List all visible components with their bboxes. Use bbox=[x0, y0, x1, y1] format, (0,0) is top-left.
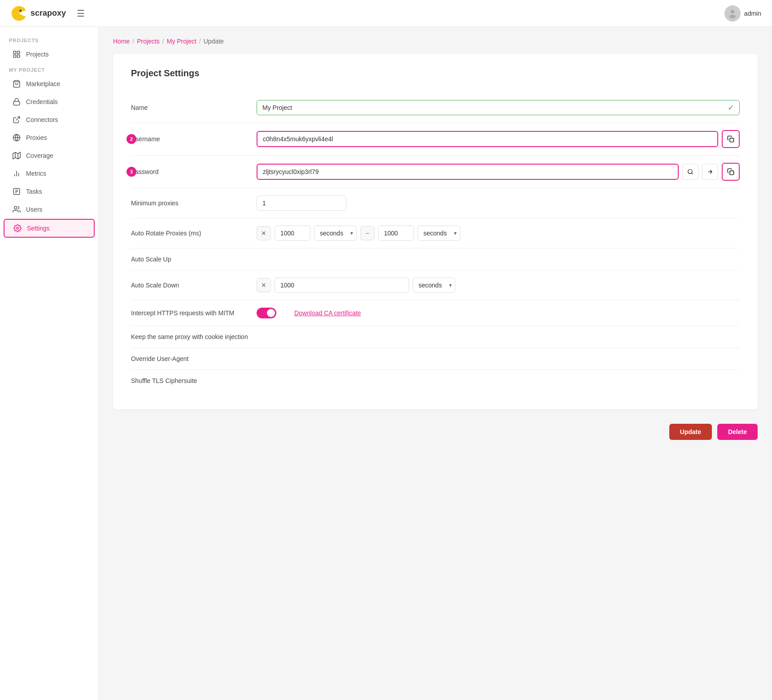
password-input[interactable] bbox=[257, 164, 679, 180]
intercept-https-slider bbox=[257, 308, 276, 318]
shuffle-tls-field bbox=[257, 377, 740, 384]
breadcrumb-my-project[interactable]: My Project bbox=[167, 38, 196, 45]
copy-icon bbox=[727, 135, 734, 143]
metrics-icon bbox=[13, 170, 21, 178]
svg-line-10 bbox=[16, 117, 20, 120]
name-input[interactable] bbox=[257, 100, 740, 115]
min-proxies-input[interactable] bbox=[257, 196, 346, 211]
auto-rotate-field: ✕ seconds minutes hours − bbox=[257, 226, 740, 241]
annotation-badge-2: 2 bbox=[126, 134, 136, 144]
override-user-agent-row: Override User-Agent bbox=[131, 348, 740, 370]
auto-rotate-value2-input[interactable] bbox=[378, 226, 414, 241]
connectors-icon bbox=[13, 116, 21, 124]
projects-icon bbox=[13, 50, 21, 58]
download-ca-link[interactable]: Download CA certificate bbox=[294, 309, 361, 317]
svg-rect-4 bbox=[13, 51, 16, 53]
svg-rect-7 bbox=[17, 55, 20, 57]
cookie-injection-field bbox=[257, 333, 740, 340]
sidebar-item-proxies-label: Proxies bbox=[26, 134, 47, 141]
override-user-agent-field bbox=[257, 355, 740, 362]
auto-scale-down-controls: ✕ seconds minutes hours bbox=[257, 278, 740, 293]
password-copy-button[interactable] bbox=[722, 163, 740, 181]
sidebar-item-tasks[interactable]: Tasks bbox=[4, 183, 95, 200]
password-arrow-button[interactable] bbox=[702, 164, 718, 180]
auto-scale-down-clear-button[interactable]: ✕ bbox=[257, 278, 271, 292]
username-label: admin bbox=[744, 10, 761, 17]
auto-scale-down-field: ✕ seconds minutes hours bbox=[257, 278, 740, 293]
auto-rotate-seconds2-select[interactable]: seconds minutes hours bbox=[418, 226, 460, 241]
sidebar-item-users-label: Users bbox=[26, 206, 43, 213]
svg-line-27 bbox=[692, 173, 693, 174]
username-row: 2 Username bbox=[131, 123, 740, 156]
cookie-injection-row: Keep the same proxy with cookie injectio… bbox=[131, 326, 740, 348]
min-proxies-field bbox=[257, 196, 740, 211]
sidebar-item-coverage-label: Coverage bbox=[26, 152, 53, 159]
intercept-https-toggle[interactable] bbox=[257, 308, 276, 318]
username-label: Username bbox=[131, 135, 257, 143]
sidebar-item-metrics[interactable]: Metrics bbox=[4, 165, 95, 182]
shuffle-tls-label: Shuffle TLS Ciphersuite bbox=[131, 377, 257, 384]
intercept-https-field: Download CA certificate bbox=[257, 308, 740, 318]
sidebar-item-proxies[interactable]: Proxies bbox=[4, 129, 95, 146]
override-user-agent-label: Override User-Agent bbox=[131, 355, 257, 362]
auto-rotate-dash-button[interactable]: − bbox=[360, 226, 375, 240]
password-field bbox=[257, 163, 740, 181]
auto-rotate-seconds1-wrapper: seconds minutes hours bbox=[314, 226, 357, 241]
sidebar-item-connectors[interactable]: Connectors bbox=[4, 111, 95, 128]
username-input[interactable] bbox=[257, 131, 718, 147]
sidebar-item-projects[interactable]: Projects bbox=[4, 46, 95, 63]
sidebar-item-marketplace[interactable]: Marketplace bbox=[4, 75, 95, 92]
sidebar-item-metrics-label: Metrics bbox=[26, 170, 46, 177]
sidebar-item-tasks-label: Tasks bbox=[26, 188, 42, 195]
min-proxies-label: Minimum proxies bbox=[131, 200, 257, 207]
logo-text: scrapoxy bbox=[31, 9, 66, 18]
auto-scale-down-seconds-select[interactable]: seconds minutes hours bbox=[413, 278, 455, 293]
password-row: 3 Password bbox=[131, 156, 740, 188]
logo-icon bbox=[11, 5, 27, 22]
tasks-icon bbox=[13, 187, 21, 196]
svg-marker-13 bbox=[13, 152, 21, 159]
name-label: Name bbox=[131, 104, 257, 111]
search-icon bbox=[687, 169, 693, 175]
users-icon bbox=[13, 205, 21, 213]
marketplace-icon bbox=[13, 80, 21, 88]
breadcrumb-home[interactable]: Home bbox=[113, 38, 130, 45]
logo-area: scrapoxy bbox=[11, 5, 66, 22]
password-search-button[interactable] bbox=[682, 164, 698, 180]
sidebar-section-my-project: MY PROJECT bbox=[0, 64, 98, 74]
avatar bbox=[724, 5, 741, 22]
auto-scale-down-input[interactable] bbox=[275, 278, 409, 293]
password-label: Password bbox=[131, 168, 257, 175]
breadcrumb-current: Update bbox=[204, 38, 224, 45]
username-copy-button[interactable] bbox=[722, 130, 740, 148]
auto-rotate-seconds1-select[interactable]: seconds minutes hours bbox=[314, 226, 357, 241]
sidebar-item-users[interactable]: Users bbox=[4, 201, 95, 218]
delete-button[interactable]: Delete bbox=[717, 424, 758, 440]
svg-rect-9 bbox=[13, 101, 20, 105]
auto-rotate-label: Auto Rotate Proxies (ms) bbox=[131, 230, 257, 237]
bottom-actions: Update Delete bbox=[113, 424, 758, 440]
sidebar-item-settings[interactable]: Settings bbox=[4, 219, 95, 238]
sidebar-item-coverage[interactable]: Coverage bbox=[4, 147, 95, 164]
auto-rotate-clear-button[interactable]: ✕ bbox=[257, 226, 271, 240]
update-button[interactable]: Update bbox=[669, 424, 712, 440]
card-title: Project Settings bbox=[131, 68, 740, 78]
name-row: Name ✓ bbox=[131, 93, 740, 123]
auto-scale-down-label: Auto Scale Down bbox=[131, 282, 257, 289]
svg-point-2 bbox=[731, 10, 734, 13]
coverage-icon bbox=[13, 152, 21, 160]
svg-point-3 bbox=[729, 15, 736, 18]
sidebar-item-credentials[interactable]: Credentials bbox=[4, 93, 95, 110]
svg-rect-5 bbox=[17, 51, 20, 53]
annotation-badge-3: 3 bbox=[126, 167, 136, 177]
hamburger-icon[interactable]: ☰ bbox=[77, 8, 85, 19]
auto-rotate-value1-input[interactable] bbox=[275, 226, 310, 241]
sidebar-item-credentials-label: Credentials bbox=[26, 98, 58, 105]
username-input-group bbox=[257, 130, 740, 148]
username-field bbox=[257, 130, 740, 148]
auto-rotate-row: Auto Rotate Proxies (ms) ✕ seconds minut… bbox=[131, 218, 740, 248]
user-avatar-icon bbox=[727, 8, 738, 19]
breadcrumb-projects[interactable]: Projects bbox=[137, 38, 160, 45]
sidebar-item-projects-label: Projects bbox=[26, 51, 49, 58]
name-valid-icon: ✓ bbox=[728, 103, 734, 113]
